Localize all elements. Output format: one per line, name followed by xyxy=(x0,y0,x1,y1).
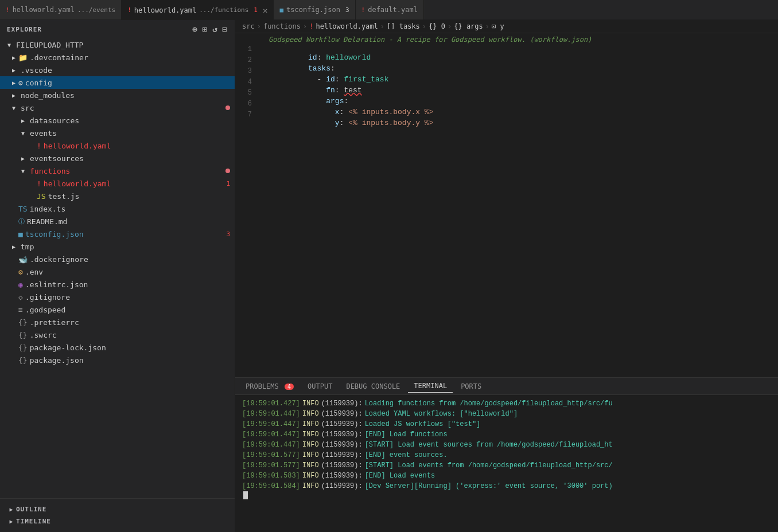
helloworld-functions-label: helloworld.yaml xyxy=(44,179,227,188)
new-file-icon[interactable]: ⊕ xyxy=(192,25,197,34)
gitignore-label: .gitignore xyxy=(25,293,235,302)
sidebar-item-events[interactable]: ▼ events xyxy=(0,127,235,139)
sidebar-item-helloworld-events[interactable]: ! helloworld.yaml xyxy=(0,139,235,152)
term-line-8: [19:59:01.583] INFO (1159939): [END] Loa… xyxy=(242,471,771,481)
sidebar-item-vscode[interactable]: ▶ .vscode xyxy=(0,64,235,76)
term-line-3: [19:59:01.447] INFO (1159939): Loaded JS… xyxy=(242,419,771,429)
eslintrc-icon: ◉ xyxy=(18,280,23,289)
eventsources-label: eventsources xyxy=(30,154,235,163)
term-msg-9: [Dev Server][Running] ('express:' event … xyxy=(365,481,613,491)
sidebar-item-readme[interactable]: ⓘ README.md xyxy=(0,215,235,228)
breadcrumb-src: src xyxy=(242,22,255,30)
sidebar-item-helloworld-functions[interactable]: ! helloworld.yaml 1 xyxy=(0,177,235,190)
term-time-7: [19:59:01.577] xyxy=(242,460,300,471)
sidebar-item-tsconfig[interactable]: ■ tsconfig.json 3 xyxy=(0,228,235,240)
breadcrumb-sep-2: › xyxy=(303,22,307,30)
breadcrumb-yaml-icon: ! xyxy=(309,22,313,30)
tab-default-yaml[interactable]: ! default.yaml xyxy=(356,0,424,20)
line-num-3: 3 xyxy=(235,67,261,75)
sidebar-item-prettierrc[interactable]: {} .prettierrc xyxy=(0,316,235,328)
sidebar-item-src[interactable]: ▼ src xyxy=(0,101,235,114)
term-msg-2: Loaded YAML workflows: ["helloworld"] xyxy=(365,409,518,419)
breadcrumb-sep-4: › xyxy=(422,22,426,30)
editor-area: src › functions › ! helloworld.yaml › []… xyxy=(235,20,778,532)
sidebar-item-gitignore[interactable]: ◇ .gitignore xyxy=(0,291,235,303)
timeline-label: TIMELINE xyxy=(16,518,51,525)
tab-close-button-2[interactable]: ✕ xyxy=(263,6,267,15)
sidebar-title: EXPLORER xyxy=(7,26,42,33)
sidebar-item-tmp[interactable]: ▶ tmp xyxy=(0,240,235,253)
sidebar-header-icons: ⊕ ⊞ ↺ ⊟ xyxy=(192,25,228,34)
line-content-7[interactable]: y: <% inputs.body.y %> xyxy=(261,110,778,136)
readme-icon: ⓘ xyxy=(18,217,25,226)
tab-debug-console[interactable]: DEBUG CONSOLE xyxy=(340,380,406,393)
sidebar-item-index-ts[interactable]: TS index.ts xyxy=(0,202,235,215)
sidebar-section-outline[interactable]: ▶ OUTLINE xyxy=(0,503,235,515)
term-time-5: [19:59:01.447] xyxy=(242,440,300,450)
term-level-7: INFO xyxy=(302,460,319,471)
package-json-label: package.json xyxy=(30,356,235,365)
sidebar-item-package-lock[interactable]: {} package-lock.json xyxy=(0,341,235,354)
line-num-1: 1 xyxy=(235,45,261,53)
root-folder[interactable]: ▼ FILEUPLOAD_HTTP xyxy=(0,38,235,51)
sidebar-item-swcrc[interactable]: {} .swcrc xyxy=(0,328,235,341)
package-lock-icon: {} xyxy=(18,343,28,352)
tab-output[interactable]: OUTPUT xyxy=(302,380,338,393)
breadcrumb-sep-5: › xyxy=(448,22,452,30)
term-msg-8: [END] Load events xyxy=(365,471,435,481)
tab-label-3: tsconfig.json xyxy=(286,6,340,14)
term-line-9: [19:59:01.584] INFO (1159939): [Dev Serv… xyxy=(242,481,771,491)
breadcrumb-helloworld: helloworld.yaml xyxy=(316,22,378,30)
sidebar-item-test-js[interactable]: JS test.js xyxy=(0,190,235,202)
tab-ports[interactable]: PORTS xyxy=(455,380,487,393)
tab-terminal[interactable]: TERMINAL xyxy=(408,380,453,393)
config-icon: ⚙ xyxy=(18,79,23,87)
term-line-1: [19:59:01.427] INFO (1159939): Loading f… xyxy=(242,398,771,409)
events-arrow: ▼ xyxy=(18,130,28,136)
term-msg-7: [START] Load events from /home/godspeed/… xyxy=(365,460,613,471)
tab-badge-2: 1 xyxy=(254,6,258,14)
term-time-3: [19:59:01.447] xyxy=(242,419,300,429)
tsconfig-label: tsconfig.json xyxy=(25,230,227,238)
breadcrumb-y: ⊡ y xyxy=(492,22,504,30)
line-num-7: 7 xyxy=(235,111,261,119)
terminal-content[interactable]: [19:59:01.427] INFO (1159939): Loading f… xyxy=(235,395,778,532)
sidebar-section-timeline[interactable]: ▶ TIMELINE xyxy=(0,515,235,527)
tab-helloworld-events[interactable]: ! helloworld.yaml .../events xyxy=(0,0,122,20)
code-editor[interactable]: Godspeed Workflow Delaration - A recipe … xyxy=(235,33,778,377)
sidebar-item-config[interactable]: ▶ ⚙ config xyxy=(0,76,235,89)
sidebar-item-devcontainer[interactable]: ▶ 📁 .devcontainer xyxy=(0,51,235,64)
sidebar-item-dockerignore[interactable]: 🐋 .dockerignore xyxy=(0,253,235,265)
swcrc-label: .swcrc xyxy=(30,331,235,339)
sidebar-item-eventsources[interactable]: ▶ eventsources xyxy=(0,152,235,165)
tab-tsconfig[interactable]: ■ tsconfig.json 3 xyxy=(274,0,355,20)
terminal-area: PROBLEMS 4 OUTPUT DEBUG CONSOLE TERMINAL… xyxy=(235,377,778,532)
term-pid-8: (1159939): xyxy=(321,471,363,481)
editor-tooltip: Godspeed Workflow Delaration - A recipe … xyxy=(235,36,778,44)
tab-helloworld-functions[interactable]: ! helloworld.yaml .../functions 1 ✕ xyxy=(122,0,274,20)
term-pid-3: (1159939): xyxy=(321,419,363,429)
code-line-3: 3 - id: first_task xyxy=(235,66,778,77)
tab-label-4: default.yaml xyxy=(368,6,418,14)
sidebar-item-eslintrc[interactable]: ◉ .eslintrc.json xyxy=(0,278,235,291)
term-msg-6: [END] event sources. xyxy=(365,450,448,460)
new-folder-icon[interactable]: ⊞ xyxy=(203,25,208,34)
sidebar-item-functions[interactable]: ▼ functions xyxy=(0,165,235,177)
sidebar-item-node-modules[interactable]: ▶ node_modules xyxy=(0,89,235,101)
src-arrow: ▼ xyxy=(9,105,18,111)
prettierrc-icon: {} xyxy=(18,318,28,327)
code-line-6: 6 x: <% inputs.body.x %> xyxy=(235,99,778,110)
sidebar-item-package-json[interactable]: {} package.json xyxy=(0,354,235,366)
sidebar-item-godspeed[interactable]: ≡ .godspeed xyxy=(0,303,235,316)
helloworld-events-icon: ! xyxy=(37,142,41,150)
sidebar-item-env[interactable]: ⚙ .env xyxy=(0,265,235,278)
helloworld-functions-badge: 1 xyxy=(226,180,230,187)
line-num-6: 6 xyxy=(235,100,261,108)
token-y-val: <% inputs.body.y %> xyxy=(348,119,433,127)
term-time-4: [19:59:01.447] xyxy=(242,429,300,440)
sidebar-item-datasources[interactable]: ▶ datasources xyxy=(0,114,235,127)
godspeed-icon: ≡ xyxy=(18,306,23,314)
collapse-all-icon[interactable]: ⊟ xyxy=(223,25,228,34)
refresh-icon[interactable]: ↺ xyxy=(212,25,217,34)
tab-problems[interactable]: PROBLEMS 4 xyxy=(240,380,299,393)
